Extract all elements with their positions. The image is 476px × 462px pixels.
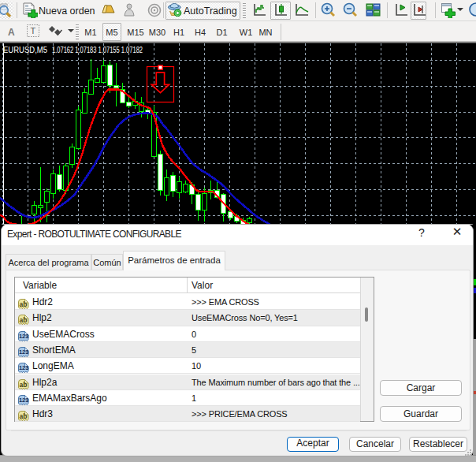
svg-text:ab: ab [20,316,28,324]
svg-text:ab: ab [20,380,28,388]
svg-text:123: 123 [19,397,29,404]
svg-text:1.07162 1.07183 1.07155 1.0718: 1.07162 1.07183 1.07155 1.07182 [52,45,143,54]
svg-text:123: 123 [19,333,29,340]
svg-text:ab: ab [20,412,28,420]
svg-text:123: 123 [19,348,29,356]
svg-text:ab: ab [20,300,28,308]
svg-text:EURUSD,M5: EURUSD,M5 [3,45,47,54]
svg-text:T: T [31,26,36,35]
svg-text:123: 123 [19,365,29,372]
